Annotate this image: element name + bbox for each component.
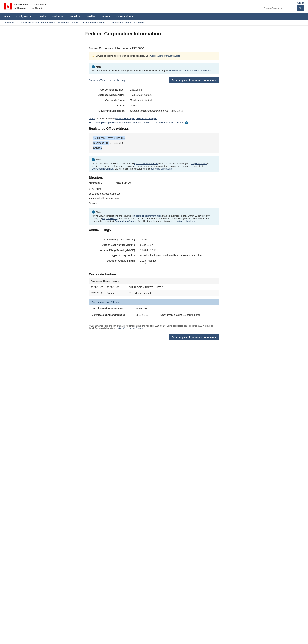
address-box: 8520 Leslie Street, Suite 105 Richmond H… xyxy=(89,133,219,153)
directors-max: Maximum 10 xyxy=(116,182,131,184)
svg-rect-0 xyxy=(4,3,6,10)
corp-info-card: Federal Corporation Information - 136106… xyxy=(85,44,223,343)
bottom-btn-row: Order copies of corporate documents xyxy=(89,334,219,340)
order-profile-link[interactable]: Order xyxy=(89,117,95,120)
lang-link[interactable]: Français xyxy=(296,2,304,4)
html-sample-link[interactable]: [View HTML Sample] xyxy=(136,117,157,120)
main-nav: Jobs ▾ Immigration ▾ Travel ▾ Business ▾… xyxy=(0,13,308,20)
breadcrumb-canada[interactable]: Canada.ca xyxy=(4,21,15,24)
search-input[interactable] xyxy=(262,6,297,11)
corps-canada-link[interactable]: Corporations Canada xyxy=(92,168,114,170)
reporting-link[interactable]: reporting obligations xyxy=(151,168,172,170)
breadcrumb-search[interactable]: Search for a Federal Corporation xyxy=(110,21,144,24)
gov-name: Governmentof Canada xyxy=(14,3,28,10)
breadcrumb-ised[interactable]: Innovation, Science and Economic Develop… xyxy=(20,21,78,24)
cert2-date: 2022-11-08 xyxy=(133,312,157,318)
annual-filings-section: Annual Filings Anniversary Date (MM-DD) … xyxy=(89,228,219,269)
nav-item-health[interactable]: Health ▾ xyxy=(84,13,98,20)
history-header-row: Corporate Name History xyxy=(89,278,219,284)
directors-meta: Minimum 1 Maximum 10 xyxy=(89,182,219,184)
status-value: Active xyxy=(128,103,219,108)
nav-item-business[interactable]: Business ▾ xyxy=(49,13,67,20)
filing-status-row: Status of Annual Filings 2023 - Not due … xyxy=(92,258,216,266)
filings-table: Anniversary Date (MM-DD) 12-20 Date of L… xyxy=(92,237,216,266)
director-name: XI CHENG xyxy=(89,187,219,192)
filing-status-line1: 2023 - Not due xyxy=(140,259,214,262)
svg-rect-1 xyxy=(10,3,12,10)
nav-item-taxes[interactable]: Taxes ▾ xyxy=(98,13,113,20)
public-disclosure-link[interactable]: Public disclosure of corporate informati… xyxy=(169,69,211,72)
cert1-row: Certificate of Incorporation 2021-12-20 xyxy=(89,305,219,312)
corp-key-link2[interactable]: corporation key xyxy=(102,217,118,220)
warning-triangle-icon: ⚠ xyxy=(92,55,94,58)
nav-item-jobs[interactable]: Jobs ▾ xyxy=(0,13,13,20)
extra-prov-row: Find existing extra-provincial registrat… xyxy=(89,121,219,124)
nav-item-immigration[interactable]: Immigration ▾ xyxy=(13,13,34,20)
reporting-link2[interactable]: reporting obligations xyxy=(174,220,194,222)
glossary-link[interactable]: Glossary of Terms used on this page xyxy=(89,79,126,82)
alert-note3: i Note Active CBCA corporations are requ… xyxy=(89,208,219,225)
nav-item-more[interactable]: More services ▾ xyxy=(113,13,136,20)
profile-links: Order a Corporate Profile [View PDF Samp… xyxy=(89,117,219,120)
cert2-label: Certificate of Amendment ⬤ xyxy=(89,312,133,318)
alert-note: i Note This information is available to … xyxy=(89,63,219,74)
gov-logo: Governmentof Canada Gouvernementdu Canad… xyxy=(4,3,47,10)
corp-history-title: Corporate History xyxy=(89,272,219,276)
nav-item-travel[interactable]: Travel ▾ xyxy=(34,13,49,20)
gov-name-fr: Gouvernementdu Canada xyxy=(32,3,47,10)
history-row: 2022-11-08 to Present Tela Market Limite… xyxy=(89,290,219,296)
corp-details-table: Corporation Number 1361068-3 Business Nu… xyxy=(89,87,219,114)
info-icon: i xyxy=(92,65,95,68)
director-addr1: 8520 Leslie Street, Suite 105 xyxy=(89,192,219,196)
filings-box: Anniversary Date (MM-DD) 12-20 Date of L… xyxy=(89,234,219,269)
anniversary-row: Anniversary Date (MM-DD) 12-20 xyxy=(92,237,216,242)
corp-type-label: Type of Corporation xyxy=(92,253,138,258)
certs-header: Certificates and Filings xyxy=(89,299,219,305)
extra-prov-link[interactable]: Find existing extra-provincial registrat… xyxy=(89,121,184,124)
history-table: Corporate Name History 2021-12-20 to 202… xyxy=(89,278,219,296)
annual-filings-title: Annual Filings xyxy=(89,228,219,232)
card-title: Federal Corporation Information - 136106… xyxy=(89,46,219,50)
order-docs-button-bottom[interactable]: Order copies of corporate documents xyxy=(169,334,219,340)
corps-canada-link2[interactable]: Corporations Canada xyxy=(114,220,136,222)
alert-note2: i Note Active CBCA corporations are requ… xyxy=(89,156,219,172)
certs-table: Certificate of Incorporation 2021-12-20 … xyxy=(89,305,219,318)
director-addr3: Canada xyxy=(89,201,219,206)
update-info-link[interactable]: update this information xyxy=(134,162,158,165)
search-button[interactable]: 🔍 xyxy=(297,6,304,11)
gov-header: Governmentof Canada Gouvernementdu Canad… xyxy=(0,0,308,13)
cert2-details: Amendment details: Corporate name xyxy=(157,312,219,318)
alert-warning: ⚠ Beware of scams and other suspicious a… xyxy=(89,52,219,60)
update-director-link[interactable]: update director information xyxy=(134,214,162,217)
breadcrumb-sep2: → xyxy=(80,21,82,24)
breadcrumb-corps-canada[interactable]: Corporations Canada xyxy=(83,21,105,24)
nav-item-benefits[interactable]: Benefits ▾ xyxy=(66,13,83,20)
cert2-row: Certificate of Amendment ⬤ 2022-11-08 Am… xyxy=(89,312,219,318)
alert-warning-text: Beware of scams and other suspicious act… xyxy=(96,54,181,57)
anniversary-label: Anniversary Date (MM-DD) xyxy=(92,237,138,242)
info-icon3: i xyxy=(92,210,95,214)
governing-value: Canada Business Corporations Act - 2021-… xyxy=(128,108,219,113)
history-col1: Corporate Name History xyxy=(89,278,219,284)
director-entry: XI CHENG 8520 Leslie Street, Suite 105 R… xyxy=(89,187,219,206)
history-period: 2022-11-08 to Present xyxy=(89,290,128,296)
order-docs-button-top[interactable]: Order copies of corporate documents xyxy=(169,77,219,83)
filing-status-value: 2023 - Not due 2022 - Filed xyxy=(138,258,216,266)
corp-key-link[interactable]: corporation key xyxy=(191,162,206,165)
corp-number-value: 1361068-3 xyxy=(128,87,219,92)
cert2-icon: ⬤ xyxy=(123,314,125,316)
tools-row: Glossary of Terms used on this page Orde… xyxy=(89,77,219,83)
cert1-date: 2021-12-20 xyxy=(133,305,157,312)
pdf-sample-link[interactable]: [View PDF Sample] xyxy=(115,117,135,120)
profile-links-text: a Corporate Profile xyxy=(96,117,115,120)
breadcrumb-sep1: → xyxy=(16,21,18,24)
info-circle-icon: i xyxy=(185,122,188,124)
corps-alerts-link[interactable]: Corporations Canada's alerts xyxy=(150,54,180,57)
contact-corps-canada-link[interactable]: contact Corporations Canada xyxy=(116,327,144,330)
last-meeting-row: Date of Last Annual Meeting 2022-12-27 xyxy=(92,242,216,248)
filing-status-line2: 2022 - Filed xyxy=(140,262,214,265)
last-meeting-label: Date of Last Annual Meeting xyxy=(92,242,138,248)
canada-flag-icon xyxy=(4,3,12,10)
filing-period-label: Annual Filing Period (MM-DD) xyxy=(92,248,138,253)
status-row: Status Active xyxy=(89,103,219,108)
